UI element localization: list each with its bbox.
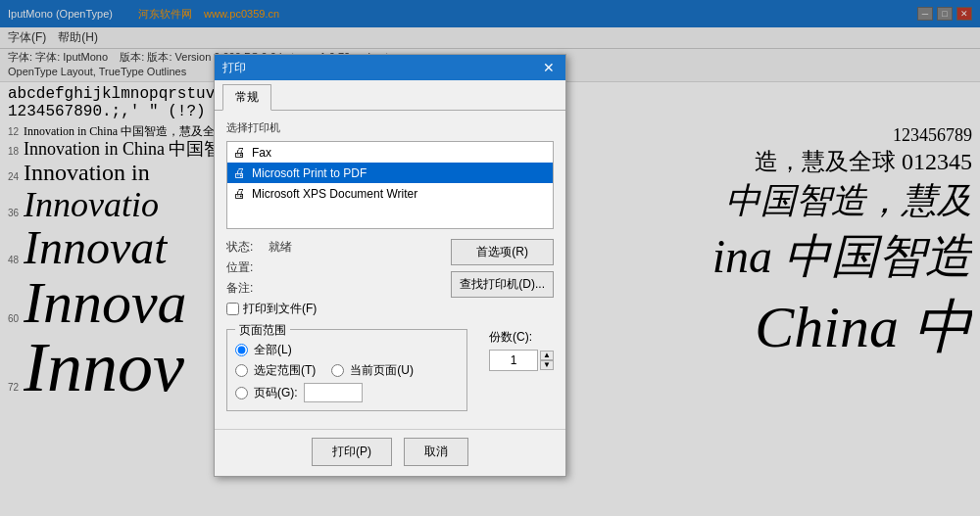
copies-input: 1 ▲ ▼ [489, 350, 554, 371]
dialog-title: 打印 [222, 60, 246, 76]
radio-group: 全部(L) 选定范围(T) 当前页面(U) [235, 342, 459, 402]
dialog-body: 选择打印机 🖨 Fax 🖨 Microsoft Print to PDF 🖨 M… [215, 111, 565, 429]
page-range-copies-section: 页面范围 全部(L) 选定范围(T) [226, 329, 554, 419]
comment-row: 备注: [226, 280, 443, 297]
copies-field[interactable]: 1 [489, 350, 538, 371]
status-value: 就绪 [269, 239, 292, 256]
radio-selection-label: 选定范围(T) [254, 362, 316, 379]
radio-all-input[interactable] [235, 344, 248, 356]
preferences-button[interactable]: 首选项(R) [451, 239, 554, 265]
print-dialog: 打印 ✕ 常规 选择打印机 🖨 Fax 🖨 Microsoft Print to… [214, 54, 566, 477]
dialog-overlay: 打印 ✕ 常规 选择打印机 🖨 Fax 🖨 Microsoft Print to… [0, 0, 980, 516]
tab-general[interactable]: 常规 [222, 84, 271, 111]
page-range-title: 页面范围 [235, 322, 290, 339]
pdf-printer-icon: 🖨 [233, 165, 246, 180]
print-button[interactable]: 打印(P) [312, 438, 392, 466]
xps-printer-icon: 🖨 [233, 186, 246, 201]
printer-item-pdf[interactable]: 🖨 Microsoft Print to PDF [227, 163, 553, 183]
dialog-close-button[interactable]: ✕ [540, 59, 558, 76]
comment-label: 备注: [226, 280, 261, 297]
spin-down-button[interactable]: ▼ [540, 360, 554, 370]
printer-item-fax[interactable]: 🖨 Fax [227, 142, 553, 163]
spin-buttons: ▲ ▼ [540, 351, 554, 370]
print-to-file-row: 打印到文件(F) [226, 301, 443, 317]
printer-name-xps: Microsoft XPS Document Writer [252, 187, 417, 201]
dialog-title-bar: 打印 ✕ [215, 55, 565, 80]
printer-list: 🖨 Fax 🖨 Microsoft Print to PDF 🖨 Microso… [226, 141, 554, 229]
radio-inline: 选定范围(T) 当前页面(U) [235, 362, 459, 379]
printer-section-label: 选择打印机 [226, 120, 554, 135]
copies-label: 份数(C): [489, 329, 554, 346]
radio-page-label: 页码(G): [254, 385, 298, 401]
page-number-input[interactable] [304, 383, 363, 402]
radio-all-label: 全部(L) [254, 342, 292, 358]
radio-current-label: 当前页面(U) [350, 362, 414, 379]
right-buttons: 首选项(R) 查找打印机(D)... [451, 239, 554, 321]
find-printer-button[interactable]: 查找打印机(D)... [451, 271, 554, 298]
printer-name-fax: Fax [252, 146, 271, 160]
radio-selection-input[interactable] [235, 364, 248, 377]
radio-page-input[interactable] [235, 387, 248, 399]
cancel-button[interactable]: 取消 [404, 438, 468, 466]
radio-all: 全部(L) [235, 342, 459, 358]
dialog-tabs: 常规 [215, 80, 565, 111]
page-range-box: 页面范围 全部(L) 选定范围(T) [226, 329, 467, 411]
radio-page: 页码(G): [235, 383, 459, 402]
spin-up-button[interactable]: ▲ [540, 351, 554, 360]
status-left: 状态: 就绪 位置: 备注: 打印到文件(F) [226, 239, 443, 321]
printer-item-xps[interactable]: 🖨 Microsoft XPS Document Writer [227, 183, 553, 204]
location-row: 位置: [226, 259, 443, 276]
print-to-file-checkbox[interactable] [226, 303, 239, 315]
radio-selection: 选定范围(T) [235, 362, 316, 379]
printer-name-pdf: Microsoft Print to PDF [252, 166, 367, 180]
location-label: 位置: [226, 259, 261, 276]
copies-section: 份数(C): 1 ▲ ▼ [489, 329, 554, 371]
status-label: 状态: [226, 239, 261, 256]
radio-current: 当前页面(U) [331, 362, 414, 379]
radio-current-input[interactable] [331, 364, 344, 377]
print-to-file-label: 打印到文件(F) [243, 301, 317, 317]
status-section: 状态: 就绪 位置: 备注: 打印到文件(F) [226, 239, 554, 321]
status-row: 状态: 就绪 [226, 239, 443, 256]
fax-icon: 🖨 [233, 145, 246, 160]
dialog-footer: 打印(P) 取消 [215, 429, 565, 476]
